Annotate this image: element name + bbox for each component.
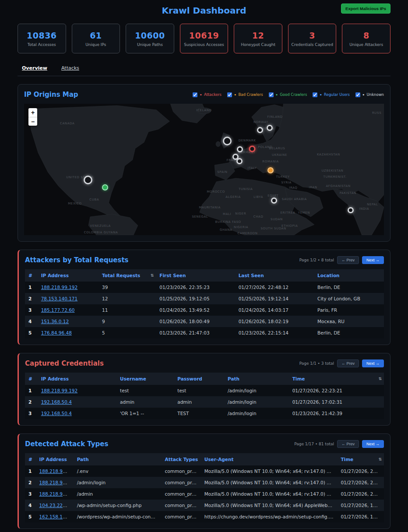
map-marker-bad[interactable] <box>267 167 274 173</box>
column-header-last-seen[interactable]: Last Seen <box>235 269 314 282</box>
table-cell: /admin/login <box>224 385 289 396</box>
ip-address-link[interactable]: 188.218.99.192 <box>41 388 78 393</box>
stat-card-suspicious-accesses: 10619Suspicious Accesses <box>180 24 229 53</box>
sort-icon[interactable]: ⇅ <box>151 273 154 278</box>
ip-address-link[interactable]: 188.218.99.192 <box>41 285 78 290</box>
table-cell: Paris, FR <box>314 304 384 316</box>
table-cell: 192.168.50.4 <box>38 396 116 408</box>
credentials-panel-title: Captured Credentials <box>25 359 104 367</box>
map-marker-unknown[interactable] <box>223 137 232 145</box>
column-header-first-seen[interactable]: First Seen <box>156 269 235 282</box>
table-cell: 5 <box>98 327 156 338</box>
map-marker-unknown[interactable] <box>237 146 243 152</box>
next-page-button[interactable]: Next → <box>362 440 384 448</box>
table-cell: Москва, RU <box>314 316 384 327</box>
page-info: Page 1/1 • 3 total <box>299 361 334 366</box>
export-malicious-ips-button[interactable]: Export Malicious IPs <box>341 4 390 14</box>
legend-checkbox-regular-users[interactable] <box>313 92 317 97</box>
table-cell: 2 <box>25 396 38 408</box>
legend-item-bad-crawlers: •Bad Crawlers <box>227 92 263 97</box>
table-cell: /.env <box>74 465 162 477</box>
sort-icon[interactable]: ⇅ <box>378 377 382 381</box>
table-cell: 9 <box>98 316 156 327</box>
map-marker-unknown[interactable] <box>271 197 277 204</box>
stats-row: 10836Total Accesses61Unique IPs10600Uniq… <box>18 24 390 53</box>
table-cell: 01/27/2026, 19:38:59 <box>337 500 384 511</box>
table-row: 4104.23.223.128/wp-admin/setup-config.ph… <box>25 500 384 511</box>
stat-card-unique-ips: 61Unique IPs <box>72 24 120 53</box>
column-header-ip-address[interactable]: IP Address <box>38 373 116 385</box>
column-header-password[interactable]: Password <box>174 373 224 385</box>
table-cell: common_probes <box>162 477 201 488</box>
column-header-[interactable]: # <box>25 373 38 385</box>
next-page-button[interactable]: Next → <box>362 256 384 264</box>
zoom-out-button[interactable]: − <box>28 117 37 126</box>
credentials-pager: Page 1/1 • 3 total ← Prev Next → <box>299 359 384 367</box>
column-header-user-agent[interactable]: User-Agent <box>201 453 338 465</box>
ip-address-link[interactable]: 104.23.223.128 <box>39 503 74 508</box>
table-cell: 01/27/2026, 22:23:21 <box>289 385 384 396</box>
ip-address-link[interactable]: 188.218.99.192 <box>39 469 74 474</box>
stat-card-honeypot-caught: 12Honeypot Caught <box>234 24 282 53</box>
ip-address-link[interactable]: 162.158.182.104 <box>39 514 74 519</box>
stat-label: Unique IPs <box>85 42 106 47</box>
column-header-ip-address[interactable]: IP Address <box>36 453 74 465</box>
legend-item-unknown: •Unknown <box>355 92 384 97</box>
sort-icon[interactable]: ⇅ <box>378 457 382 462</box>
table-cell: 1 <box>25 465 36 477</box>
ip-address-link[interactable]: 78.153.140.171 <box>41 296 78 301</box>
legend-dot-unknown: • <box>362 92 365 97</box>
map-marker-good[interactable] <box>102 184 108 190</box>
table-cell: 151.36.0.12 <box>38 316 98 327</box>
prev-page-button[interactable]: ← Prev <box>337 256 359 264</box>
stat-label: Honeypot Caught <box>241 42 275 47</box>
column-header-total-requests[interactable]: Total Requests⇅ <box>98 269 156 282</box>
map-marker-unknown[interactable] <box>84 176 92 184</box>
legend-checkbox-bad-crawlers[interactable] <box>227 92 232 97</box>
legend-dot-good-crawlers: • <box>275 92 278 97</box>
legend-label: Unknown <box>367 92 384 97</box>
page-info: Page 1/17 • 81 total <box>294 442 334 446</box>
legend-checkbox-good-crawlers[interactable] <box>269 92 274 97</box>
table-cell: 188.218.99.192 <box>36 477 74 488</box>
map-marker-unknown[interactable] <box>257 127 263 133</box>
world-map[interactable]: CANADAICELANDRUSSFINLANDNORWAYSWEDENUNIT… <box>24 104 384 235</box>
map-marker-unknown[interactable] <box>348 207 354 213</box>
legend-checkbox-attackers[interactable] <box>193 92 197 97</box>
column-header-time[interactable]: Time⇅ <box>337 453 384 465</box>
column-header-path[interactable]: Path <box>224 373 289 385</box>
page-info: Page 1/2 • 8 total <box>299 258 334 262</box>
legend-dot-regular-users: • <box>319 92 322 97</box>
column-header-time[interactable]: Time⇅ <box>289 373 384 385</box>
column-header-[interactable]: # <box>25 269 38 282</box>
tab-overview[interactable]: Overview <box>22 65 47 71</box>
ip-address-link[interactable]: 192.168.50.4 <box>41 399 72 405</box>
table-header-row: #IP AddressTotal Requests⇅First SeenLast… <box>25 269 384 282</box>
ip-address-link[interactable]: 185.177.72.60 <box>41 307 75 313</box>
ip-address-link[interactable]: 192.168.50.4 <box>41 411 72 416</box>
tab-attacks[interactable]: Attacks <box>61 65 79 71</box>
column-header-path[interactable]: Path <box>74 453 162 465</box>
column-header-attack-types[interactable]: Attack Types <box>162 453 201 465</box>
table-cell: 11 <box>98 304 156 316</box>
column-header-location[interactable]: Location <box>314 269 384 282</box>
map-marker-unknown[interactable] <box>236 158 243 164</box>
ip-address-link[interactable]: 176.84.96.48 <box>41 330 72 335</box>
table-cell: Mozilla/5.0 (Windows NT 10.0; Win64; x64… <box>201 488 338 500</box>
legend-checkbox-unknown[interactable] <box>355 92 360 97</box>
ip-address-link[interactable]: 151.36.0.12 <box>41 319 69 324</box>
column-header-[interactable]: # <box>25 453 36 465</box>
table-cell: 4 <box>25 316 38 327</box>
column-header-ip-address[interactable]: IP Address <box>38 269 98 282</box>
table-header-row: #IP AddressPathAttack TypesUser-AgentTim… <box>25 453 384 465</box>
map-marker-attacker[interactable] <box>249 145 256 152</box>
ip-address-link[interactable]: 188.218.99.192 <box>39 480 74 485</box>
prev-page-button[interactable]: ← Prev <box>337 359 359 367</box>
column-header-username[interactable]: Username <box>116 373 174 385</box>
map-marker-unknown[interactable] <box>267 125 273 131</box>
zoom-in-button[interactable]: + <box>28 108 37 117</box>
prev-page-button[interactable]: ← Prev <box>337 440 359 448</box>
next-page-button[interactable]: Next → <box>362 359 384 367</box>
ip-address-link[interactable]: 188.218.99.192 <box>39 491 74 497</box>
table-cell: 01/27/2026, 17:02:31 <box>289 396 384 408</box>
